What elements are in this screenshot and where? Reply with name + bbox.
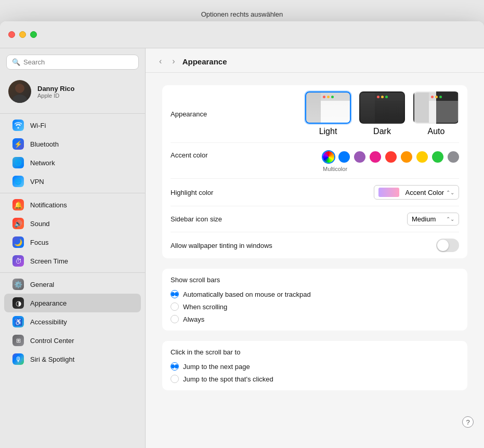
sidebar-item-sound[interactable]: 🔊 Sound — [4, 214, 141, 233]
sidebar-item-siri[interactable]: 🎙 Siri & Spotlight — [4, 350, 141, 368]
search-bar[interactable]: 🔍 — [6, 55, 139, 70]
sidebar-item-general[interactable]: ⚙️ General — [4, 275, 141, 294]
appearance-option-auto[interactable]: Auto — [413, 91, 459, 136]
vpn-icon: 🌐 — [12, 176, 24, 187]
sidebar-item-notifications[interactable]: 🔔 Notifications — [4, 195, 141, 214]
multicolor-label: Multicolor — [323, 166, 459, 172]
back-button[interactable]: ‹ — [156, 56, 165, 67]
appearance-label: Appearance — [171, 110, 285, 118]
user-profile[interactable]: Danny Rico Apple ID — [0, 76, 145, 111]
wallpaper-tinting-toggle[interactable] — [436, 239, 459, 252]
sound-icon: 🔊 — [12, 218, 24, 229]
accent-color-control: Multicolor — [285, 151, 459, 172]
appearance-option-dark[interactable]: Dark — [359, 91, 405, 136]
accent-color-orange[interactable] — [401, 151, 412, 163]
accent-colors: Multicolor — [323, 151, 459, 172]
accent-color-purple[interactable] — [354, 151, 365, 163]
scroll-always-option[interactable]: Always — [171, 315, 459, 323]
sidebar-item-controlcenter[interactable]: ⊞ Control Center — [4, 331, 141, 350]
accent-color-pink[interactable] — [370, 151, 381, 163]
sidebar-item-bluetooth[interactable]: ⚡ Bluetooth — [4, 135, 141, 153]
sidebar-item-label-notifications: Notifications — [30, 201, 67, 209]
wallpaper-tinting-label: Allow wallpaper tinting in windows — [171, 242, 285, 249]
accent-color-graphite[interactable] — [448, 151, 459, 163]
traffic-lights — [8, 31, 37, 38]
sidebar-item-appearance[interactable]: ◑ Appearance — [4, 294, 141, 312]
appearance-option-light[interactable]: Light — [305, 91, 351, 136]
sidebar-item-wifi[interactable]: Wi-Fi — [4, 116, 141, 135]
content-area: 🔍 Danny Rico Apple ID — [0, 48, 484, 448]
scroll-auto-option[interactable]: Automatically based on mouse or trackpad — [171, 290, 459, 298]
accent-color-blue[interactable] — [338, 151, 350, 163]
click-next-page-option[interactable]: Jump to the next page — [171, 362, 459, 371]
sidebar-item-label-bluetooth: Bluetooth — [30, 140, 59, 148]
scroll-scrolling-label: When scrolling — [183, 303, 227, 311]
appearance-option-auto-label: Auto — [428, 127, 445, 136]
click-spot-option[interactable]: Jump to the spot that's clicked — [171, 375, 459, 383]
highlight-color-arrows: ⌃⌄ — [446, 190, 454, 195]
title-bar — [0, 21, 484, 48]
sidebar-item-network[interactable]: 🌐 Network — [4, 153, 141, 172]
highlight-color-value: Accent Color — [405, 189, 444, 196]
appearance-option-dark-label: Dark — [373, 127, 391, 136]
sidebar-item-label-accessibility: Accessibility — [30, 318, 67, 326]
panel-header: ‹ › Appearance — [146, 48, 484, 73]
sidebar-icon-size-select[interactable]: Medium ⌃⌄ — [407, 213, 459, 226]
sidebar-item-label-general: General — [30, 281, 54, 288]
search-input[interactable] — [23, 58, 133, 66]
svg-point-0 — [15, 84, 24, 93]
sidebar-divider-3 — [0, 272, 145, 273]
controlcenter-icon: ⊞ — [12, 335, 24, 346]
sidebar-item-label-appearance: Appearance — [30, 299, 67, 307]
maximize-button[interactable] — [30, 31, 37, 38]
accent-color-multicolor[interactable] — [323, 151, 334, 163]
appearance-section: Appearance — [162, 85, 467, 258]
click-spot-radio — [171, 375, 179, 383]
user-name: Danny Rico — [37, 85, 137, 93]
sidebar-item-label-vpn: VPN — [30, 178, 44, 186]
user-subtitle: Apple ID — [37, 93, 137, 99]
minimize-button[interactable] — [19, 31, 26, 38]
appearance-control: Light — [285, 91, 459, 136]
siri-icon: 🎙 — [12, 353, 24, 365]
forward-button[interactable]: › — [169, 56, 178, 67]
accent-color-row: Accent color — [171, 143, 459, 179]
main-content: ‹ › Appearance Appearance — [146, 48, 484, 448]
sidebar-divider — [0, 113, 145, 114]
sidebar-icon-size-value: Medium — [412, 215, 436, 223]
sidebar-item-screentime[interactable]: ⏱ Screen Time — [4, 252, 141, 270]
scroll-scrolling-radio — [171, 302, 179, 311]
accent-color-red[interactable] — [385, 151, 397, 163]
scroll-scrolling-option[interactable]: When scrolling — [171, 302, 459, 311]
sidebar-icon-size-label: Sidebar icon size — [171, 215, 285, 223]
color-circles — [323, 151, 459, 163]
appearance-option-light-label: Light — [319, 127, 337, 136]
scroll-bars-section: Show scroll bars Automatically based on … — [162, 269, 467, 331]
sidebar-icon-size-arrows: ⌃⌄ — [446, 216, 454, 222]
click-next-page-radio — [171, 362, 179, 371]
sidebar-item-label-siri: Siri & Spotlight — [30, 355, 74, 363]
accent-color-label: Accent color — [171, 151, 285, 159]
appearance-options: Light — [305, 91, 459, 136]
wallpaper-tinting-row: Allow wallpaper tinting in windows — [171, 232, 459, 258]
accessibility-icon: ♿ — [12, 316, 24, 327]
accent-color-yellow[interactable] — [416, 151, 428, 163]
sidebar-item-focus[interactable]: 🌙 Focus — [4, 233, 141, 252]
network-icon: 🌐 — [12, 157, 24, 168]
highlight-color-label: Highlight color — [171, 189, 285, 196]
sidebar-item-accessibility[interactable]: ♿ Accessibility — [4, 312, 141, 331]
close-button[interactable] — [8, 31, 15, 38]
highlight-preview — [378, 188, 399, 197]
user-info: Danny Rico Apple ID — [37, 85, 137, 99]
sidebar-item-vpn[interactable]: 🌐 VPN — [4, 172, 141, 191]
general-icon: ⚙️ — [12, 279, 24, 290]
click-scroll-section: Click in the scroll bar to Jump to the n… — [162, 341, 467, 390]
sidebar-item-label-wifi: Wi-Fi — [30, 122, 46, 129]
top-annotation: Optionen rechts auswählen — [0, 10, 484, 18]
accent-color-green[interactable] — [432, 151, 443, 163]
appearance-icon: ◑ — [12, 297, 24, 309]
highlight-color-select[interactable]: Accent Color ⌃⌄ — [374, 185, 459, 200]
sidebar-icon-size-control: Medium ⌃⌄ — [285, 213, 459, 226]
scroll-auto-label: Automatically based on mouse or trackpad — [183, 291, 311, 298]
help-button[interactable]: ? — [462, 416, 474, 428]
